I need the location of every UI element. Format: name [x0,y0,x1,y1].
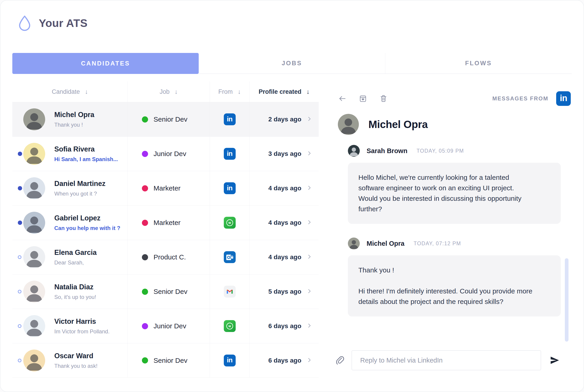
avatar [23,246,45,268]
table-header-row: Candidate↓ Job↓ From↓ Profile created↓ [12,82,319,102]
linkedin-icon: in [556,91,571,106]
sort-down-icon[interactable]: ↓ [306,88,310,96]
candidate-name: Victor Harris [54,318,109,326]
tab-flows[interactable]: FLOWS [385,53,572,74]
job-cell: Junior Dev [128,137,210,171]
message-preview: Hi Sarah, I am Spanish... [54,156,118,162]
read-indicator [18,290,21,294]
avatar [23,350,45,372]
avatar [23,315,45,337]
linkedin-icon: in [224,182,236,194]
job-cell: Senior Dev [128,102,210,136]
message-thread: Sarah Brown TODAY, 05:09 PM Hello Michel… [348,145,561,316]
linkedin-icon: in [224,114,236,125]
send-icon[interactable] [550,356,559,365]
job-status-dot [142,220,148,226]
conversation-panel: MESSAGES FROM in Michel Opra Sarah Brown… [319,82,572,380]
ats-app-window: Your ATS CANDIDATES JOBS FLOWS Candidate… [0,0,584,392]
welcome-to-the-jungle-icon: w [224,217,236,229]
table-row[interactable]: Elena GarciaDear Sarah, Product C. 4 day… [12,240,319,274]
candidate-cell: Oscar WardThank you to ask! [12,344,128,378]
column-header-from[interactable]: From↓ [210,82,250,102]
candidate-cell: Sofia RiveraHi Sarah, I am Spanish... [12,137,128,171]
message-timestamp: TODAY, 05:09 PM [417,148,464,154]
message-bubble: Hello Michel, we're currently looking fo… [348,163,561,224]
candidate-cell: Daniel MartinezWhen you got it ? [12,171,128,205]
chevron-right-icon[interactable] [306,150,313,158]
column-header-candidate[interactable]: Candidate↓ [12,82,128,102]
created-cell: 4 days ago [250,171,319,205]
message-meta: Michel Opra TODAY, 07:12 PM [348,238,561,250]
tab-candidates[interactable]: CANDIDATES [12,53,199,74]
job-cell: Senior Dev [128,344,210,378]
thread-scrollbar[interactable] [565,258,569,342]
avatar [348,238,360,250]
column-header-profile-created[interactable]: Profile created↓ [250,82,319,102]
back-icon[interactable] [338,94,347,103]
candidate-name: Oscar Ward [54,352,97,360]
sort-down-icon[interactable]: ↓ [238,88,241,96]
created-label: 4 days ago [268,184,301,192]
from-cell: w [210,206,250,240]
read-indicator [18,255,21,259]
from-cell: in [210,171,250,205]
job-cell: Marketer [128,171,210,205]
avatar [23,143,45,165]
read-indicator [18,324,21,328]
job-label: Senior Dev [153,357,187,364]
from-cell [210,274,250,309]
candidate-name: Gabriel Lopez [54,214,120,222]
message-meta: Sarah Brown TODAY, 05:09 PM [348,145,561,157]
job-label: Product C. [153,253,186,261]
job-status-dot [142,323,148,329]
message-preview: Thank you ! [54,122,94,128]
sort-down-icon[interactable]: ↓ [85,88,88,96]
chevron-right-icon[interactable] [306,322,313,330]
table-row[interactable]: Michel OpraThank you ! Senior Dev in 2 d… [12,102,319,136]
avatar [23,281,45,302]
created-label: 6 days ago [268,322,301,330]
table-row[interactable]: Natalia DiazSo, it's up to you! Senior D… [12,274,319,309]
chevron-right-icon[interactable] [306,116,313,123]
job-status-dot [142,185,148,192]
message-preview: Dear Sarah, [54,260,96,266]
message-preview: When you got it ? [54,190,105,197]
table-row[interactable]: Oscar WardThank you to ask! Senior Dev i… [12,343,319,378]
avatar [23,108,45,130]
created-cell: 5 days ago [250,274,319,309]
reply-input[interactable] [352,350,541,370]
chevron-right-icon[interactable] [306,219,313,226]
job-status-dot [142,254,148,260]
job-cell: Senior Dev [128,274,210,309]
trash-icon[interactable] [379,94,388,103]
archive-icon[interactable] [358,94,368,103]
message-preview: Can you help me with it ? [54,225,120,231]
table-row[interactable]: Sofia RiveraHi Sarah, I am Spanish... Ju… [12,136,319,171]
candidate-name: Daniel Martinez [54,180,105,188]
chevron-right-icon[interactable] [306,184,313,192]
app-title: Your ATS [39,17,88,30]
job-label: Marketer [153,184,180,192]
from-cell: in [210,102,250,136]
created-label: 4 days ago [268,219,301,226]
created-label: 6 days ago [268,357,301,364]
candidates-table: Candidate↓ Job↓ From↓ Profile created↓ M… [12,82,319,378]
table-row[interactable]: Daniel MartinezWhen you got it ? Markete… [12,171,319,205]
linkedin-icon: in [224,148,236,160]
reply-bar [335,350,559,370]
column-header-job[interactable]: Job↓ [128,82,210,102]
created-label: 5 days ago [268,288,301,295]
avatar [23,212,45,234]
chevron-right-icon[interactable] [306,253,313,261]
job-status-dot [142,116,148,122]
from-cell: w [210,309,250,343]
chevron-right-icon[interactable] [306,357,313,364]
chevron-right-icon[interactable] [306,288,313,296]
candidate-name: Sofia Rivera [54,145,118,153]
avatar [23,177,45,199]
table-row[interactable]: Gabriel LopezCan you help me with it ? M… [12,205,319,240]
sort-down-icon[interactable]: ↓ [174,88,178,96]
paperclip-icon[interactable] [335,355,345,366]
table-row[interactable]: Victor HarrisIm Victor from Polland. Jun… [12,309,319,343]
tab-jobs[interactable]: JOBS [199,53,385,74]
